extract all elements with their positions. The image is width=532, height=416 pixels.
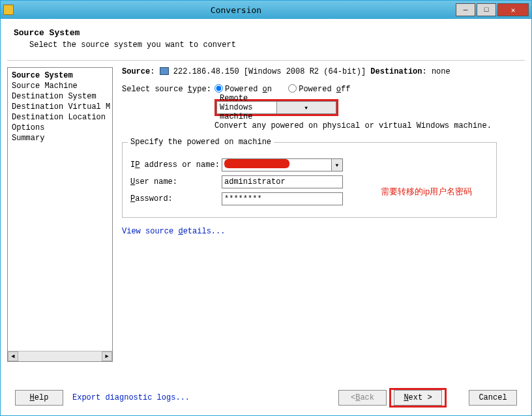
back-button[interactable]: < Back xyxy=(338,390,387,406)
page-title: Source System xyxy=(14,28,518,38)
radio-powered-off-input[interactable] xyxy=(288,84,297,93)
user-label: User name: xyxy=(130,177,222,186)
source-combo-row: Remote Windows machine ▼ xyxy=(122,99,520,116)
source-value: 222.186.48.150 [Windows 2008 R2 (64-bit)… xyxy=(173,67,366,76)
step-options[interactable]: Options xyxy=(12,123,112,133)
chevron-down-icon[interactable]: ▼ xyxy=(331,159,342,171)
source-label: Source xyxy=(122,67,150,76)
source-type-label: Select source type: xyxy=(122,85,214,94)
username-input[interactable]: administrator xyxy=(222,175,343,188)
footer: Help Export diagnostic logs... < Back Ne… xyxy=(1,388,531,408)
step-source-system[interactable]: Source System xyxy=(12,70,112,81)
machine-group-legend: Specify the powered on machine xyxy=(128,138,274,147)
step-destination-location[interactable]: Destination Location xyxy=(12,112,112,123)
window-buttons: — □ ✕ xyxy=(454,3,529,16)
scroll-left-icon[interactable]: ◄ xyxy=(8,351,18,361)
window-title: Conversion xyxy=(18,5,454,15)
ip-input[interactable]: ▼ xyxy=(222,158,343,171)
minimize-button[interactable]: — xyxy=(456,3,475,16)
radio-powered-on[interactable]: Powered on xyxy=(214,85,272,94)
export-diagnostic-link[interactable]: Export diagnostic logs... xyxy=(72,393,190,402)
chevron-down-icon[interactable]: ▼ xyxy=(276,102,336,113)
titlebar: Conversion — □ ✕ xyxy=(1,1,531,19)
machine-group: Specify the powered on machine IP addres… xyxy=(122,142,497,218)
highlight-box-next: Next > xyxy=(389,388,447,408)
source-dest-line: Source: 222.186.48.150 [Windows 2008 R2 … xyxy=(122,67,520,76)
next-button[interactable]: Next > xyxy=(394,390,442,406)
ip-redacted xyxy=(224,159,289,168)
app-icon xyxy=(3,5,14,15)
scroll-right-icon[interactable]: ► xyxy=(102,351,112,361)
cancel-button[interactable]: Cancel xyxy=(469,390,517,406)
source-type-combo[interactable]: Remote Windows machine ▼ xyxy=(216,101,336,114)
source-type-hint: Convert any powered on physical or virtu… xyxy=(214,121,520,130)
wizard-steps: Source System Source Machine Destination… xyxy=(7,67,113,362)
password-input[interactable]: ******** xyxy=(222,192,343,205)
ip-row: IP address or name: ▼ xyxy=(130,158,488,171)
destination-value: none xyxy=(432,67,451,76)
destination-label: Destination xyxy=(370,67,422,76)
source-type-combo-value: Remote Windows machine xyxy=(217,94,276,121)
monitor-icon xyxy=(160,67,169,75)
step-summary[interactable]: Summary xyxy=(12,133,112,143)
radio-powered-on-input[interactable] xyxy=(214,84,223,93)
help-button[interactable]: Help xyxy=(15,390,63,406)
step-source-machine[interactable]: Source Machine xyxy=(12,81,112,91)
source-type-row: Select source type: Powered on Powered o… xyxy=(122,84,520,94)
wizard-header: Source System Select the source system y… xyxy=(1,19,531,56)
main-panel: Source: 222.186.48.150 [Windows 2008 R2 … xyxy=(113,67,525,362)
view-source-details-link[interactable]: View source details... xyxy=(122,227,225,236)
step-destination-vm[interactable]: Destination Virtual M xyxy=(12,102,112,112)
step-destination-system[interactable]: Destination System xyxy=(12,91,112,102)
radio-powered-off[interactable]: Powered off xyxy=(288,85,350,94)
annotation-text: 需要转移的ip用户名密码 xyxy=(381,186,472,198)
page-subtitle: Select the source system you want to con… xyxy=(29,40,518,50)
pass-label: Password: xyxy=(130,194,222,203)
maximize-button[interactable]: □ xyxy=(477,3,496,16)
close-button[interactable]: ✕ xyxy=(497,3,529,16)
ip-label: IP address or name: xyxy=(130,160,222,170)
nav-h-scrollbar[interactable]: ◄ ► xyxy=(8,351,112,361)
highlight-box-combo: Remote Windows machine ▼ xyxy=(214,99,338,116)
